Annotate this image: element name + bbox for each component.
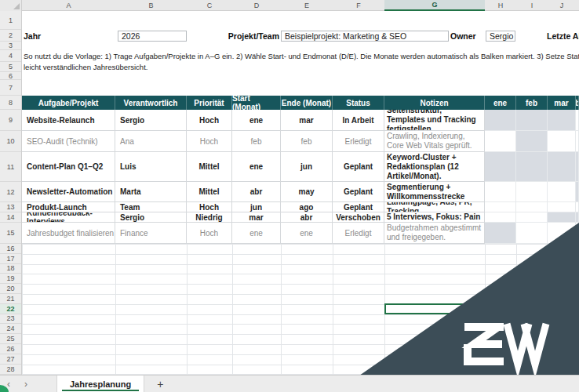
cell[interactable]: Hoch (187, 110, 232, 131)
cell[interactable]: Finance (115, 223, 187, 244)
cell[interactable]: Geplant (333, 182, 384, 202)
cell[interactable]: Mittel (187, 152, 232, 182)
cell[interactable]: Verschoben (333, 212, 384, 223)
cell[interactable]: Segmentierung + Willkommensstrecke (384, 182, 485, 202)
gantt-empty-cell[interactable] (516, 212, 548, 223)
row-header-2[interactable]: 2 (0, 30, 21, 42)
gantt-bar-cell[interactable] (548, 110, 576, 131)
cell[interactable]: Hoch (187, 223, 232, 244)
cell[interactable]: Hoch (187, 131, 232, 152)
column-header-C[interactable]: C (187, 0, 232, 11)
cell[interactable]: Jahresbudget finalisieren (22, 223, 115, 244)
cell[interactable]: Seitenstruktur, Templates und Tracking f… (384, 110, 485, 131)
cell[interactable]: ene (232, 110, 281, 131)
cell[interactable]: Geplant (333, 202, 384, 212)
table-header-2[interactable]: Verantwortlich (115, 96, 187, 110)
cell[interactable]: may (281, 182, 333, 202)
month-header-feb[interactable]: feb (516, 96, 548, 110)
cell[interactable]: Team (115, 202, 187, 212)
gantt-bar-cell[interactable] (548, 212, 576, 223)
cell[interactable]: feb (232, 131, 281, 152)
gantt-bar-cell[interactable] (485, 223, 516, 244)
row-header-4[interactable]: 4 (0, 50, 21, 62)
cell[interactable]: feb (281, 131, 333, 152)
row-header-28[interactable]: 28 (0, 365, 21, 375)
gantt-bar-cell[interactable] (576, 152, 579, 182)
table-header-4[interactable]: Start (Monat) (232, 96, 281, 110)
row-header-8[interactable]: 8 (0, 96, 21, 110)
cell[interactable]: Produkt-Launch (22, 202, 115, 212)
month-header-ene[interactable]: ene (485, 96, 516, 110)
cell[interactable]: mar (232, 212, 281, 223)
row-header-18[interactable]: 18 (0, 264, 21, 274)
gantt-empty-cell[interactable] (485, 131, 516, 152)
table-header-3[interactable]: Priorität (187, 96, 232, 110)
column-header-F[interactable]: F (333, 0, 384, 11)
row-header-1[interactable]: 1 (0, 11, 21, 30)
cell[interactable]: Ana (115, 131, 187, 152)
gantt-bar-cell[interactable] (576, 182, 579, 202)
cell[interactable]: Erledigt (333, 131, 384, 152)
month-header-mar[interactable]: mar (548, 96, 576, 110)
cell[interactable]: In Arbeit (333, 110, 384, 131)
column-header-I[interactable]: I (516, 0, 548, 11)
row-header-23[interactable]: 23 (0, 314, 21, 325)
project-team-input[interactable]: Beispielprojekt: Marketing & SEO (281, 31, 449, 42)
column-header-B[interactable]: B (115, 0, 187, 11)
cell[interactable]: Hoch (187, 202, 232, 212)
gantt-bar-cell[interactable] (548, 152, 576, 182)
cell[interactable]: Newsletter-Automation (22, 182, 115, 202)
table-header-6[interactable]: Status (333, 96, 384, 110)
cell[interactable]: Sergio (115, 212, 187, 223)
row-header-5[interactable]: 5 (0, 62, 21, 72)
row-header-3[interactable]: 3 (0, 42, 21, 50)
column-header-G[interactable]: G (384, 0, 485, 11)
gantt-empty-cell[interactable] (576, 131, 579, 152)
month-header-abr[interactable]: abr (576, 96, 579, 110)
sheet-tab-jahresplanung[interactable]: Jahresplanung (56, 376, 144, 392)
cell[interactable]: Marta (115, 182, 187, 202)
cell[interactable]: Content-Plan Q1–Q2 (22, 152, 115, 182)
row-header-19[interactable]: 19 (0, 274, 21, 284)
row-header-25[interactable]: 25 (0, 334, 21, 344)
gantt-bar-cell[interactable] (485, 110, 516, 131)
cell[interactable]: Erledigt (333, 223, 384, 244)
table-header-7[interactable]: Notizen (384, 96, 485, 110)
table-header-5[interactable]: Ende (Monat) (281, 96, 333, 110)
row-header-6[interactable]: 6 (0, 72, 21, 80)
cell[interactable]: Budgetrahmen abgestimmt und freigegeben. (384, 223, 485, 244)
cell[interactable]: jun (281, 152, 333, 182)
gantt-bar-cell[interactable] (485, 152, 516, 182)
row-header-22[interactable]: 22 (0, 304, 21, 314)
gantt-empty-cell[interactable] (576, 110, 579, 131)
next-sheet-icon[interactable]: › (17, 379, 35, 390)
gantt-bar-cell[interactable] (576, 212, 579, 223)
year-input[interactable]: 2026 (118, 31, 187, 42)
gantt-empty-cell[interactable] (516, 182, 548, 202)
gantt-empty-cell[interactable] (548, 131, 576, 152)
gantt-bar-cell[interactable] (516, 110, 548, 131)
column-header-E[interactable]: E (281, 0, 333, 11)
cell[interactable]: Mittel (187, 182, 232, 202)
gantt-bar-cell[interactable] (516, 152, 548, 182)
cell[interactable]: ago (281, 202, 333, 212)
row-header-21[interactable]: 21 (0, 294, 21, 304)
cell[interactable]: jun (232, 202, 281, 212)
gantt-empty-cell[interactable] (548, 202, 576, 212)
row-header-27[interactable]: 27 (0, 354, 21, 365)
owner-input[interactable]: Sergio (486, 31, 515, 42)
cell[interactable]: Luis (115, 152, 187, 182)
cell[interactable]: Landingpage, Ads, PR, Tracking. (384, 202, 485, 212)
add-sheet-button[interactable]: + (144, 378, 176, 390)
gantt-empty-cell[interactable] (576, 202, 579, 212)
cell[interactable]: SEO-Audit (Technik) (22, 131, 115, 152)
cell[interactable]: Geplant (333, 152, 384, 182)
cell[interactable]: Niedrig (187, 212, 232, 223)
row-header-26[interactable]: 26 (0, 344, 21, 354)
gantt-empty-cell[interactable] (485, 182, 516, 202)
cell[interactable]: abr (232, 182, 281, 202)
gantt-empty-cell[interactable] (485, 212, 516, 223)
cell[interactable]: ene (232, 152, 281, 182)
column-header-D[interactable]: D (232, 0, 281, 11)
gantt-empty-cell[interactable] (548, 182, 576, 202)
